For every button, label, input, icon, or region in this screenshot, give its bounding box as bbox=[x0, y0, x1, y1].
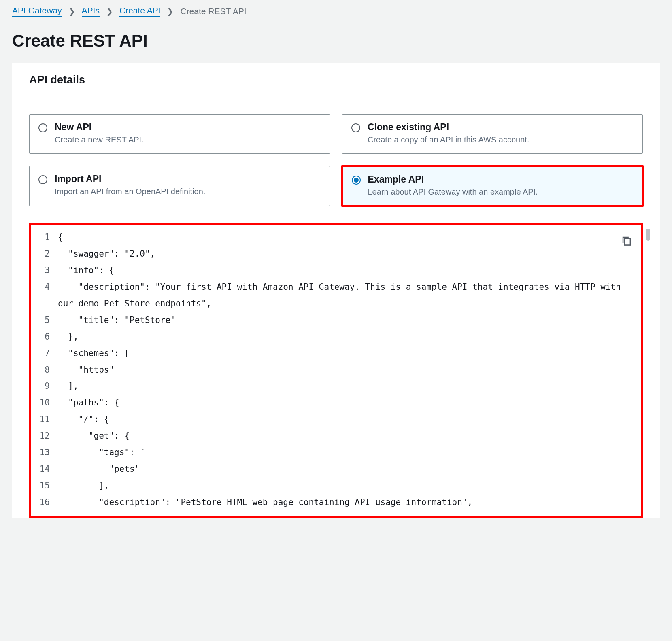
code-editor[interactable]: 1{2 "swagger": "2.0",3 "info": {4 "descr… bbox=[29, 223, 643, 518]
line-number: 3 bbox=[36, 262, 58, 279]
api-details-panel: API details New API Create a new REST AP… bbox=[12, 63, 660, 518]
line-content: "paths": { bbox=[58, 395, 636, 411]
option-title: Example API bbox=[368, 174, 538, 185]
panel-title: API details bbox=[29, 74, 643, 86]
line-number: 16 bbox=[36, 494, 58, 511]
line-content: "https" bbox=[58, 362, 636, 378]
option-clone-api[interactable]: Clone existing API Create a copy of an A… bbox=[342, 114, 643, 154]
panel-header: API details bbox=[12, 63, 660, 97]
api-type-options: New API Create a new REST API. Clone exi… bbox=[12, 97, 660, 223]
code-line: 13 "tags": [ bbox=[36, 444, 636, 461]
line-number: 1 bbox=[36, 229, 58, 246]
line-content: }, bbox=[58, 329, 636, 345]
line-number: 5 bbox=[36, 312, 58, 329]
option-title: Import API bbox=[55, 174, 205, 185]
line-number: 6 bbox=[36, 329, 58, 345]
option-title: New API bbox=[55, 122, 144, 133]
option-desc: Create a new REST API. bbox=[55, 134, 144, 145]
code-line: 1{ bbox=[36, 229, 636, 246]
line-content: "pets" bbox=[58, 461, 636, 478]
scrollbar-thumb[interactable] bbox=[646, 229, 650, 241]
code-line: 15 ], bbox=[36, 478, 636, 494]
line-content: "description": "PetStore HTML web page c… bbox=[58, 494, 636, 511]
line-number: 7 bbox=[36, 345, 58, 362]
breadcrumb-current: Create REST API bbox=[180, 6, 246, 16]
line-number: 4 bbox=[36, 279, 58, 295]
code-line: 9 ], bbox=[36, 378, 636, 395]
option-example-api[interactable]: Example API Learn about API Gateway with… bbox=[342, 166, 643, 206]
line-number: 10 bbox=[36, 395, 58, 411]
line-number: 13 bbox=[36, 444, 58, 461]
code-line: 12 "get": { bbox=[36, 428, 636, 444]
line-number: 11 bbox=[36, 411, 58, 428]
copy-button[interactable] bbox=[620, 234, 634, 248]
option-desc: Import an API from an OpenAPI definition… bbox=[55, 186, 205, 197]
line-content: "description": "Your first API with Amaz… bbox=[58, 279, 636, 312]
line-content: ], bbox=[58, 478, 636, 494]
line-number: 8 bbox=[36, 362, 58, 378]
chevron-right-icon: ❯ bbox=[106, 6, 113, 16]
code-line: 4 "description": "Your first API with Am… bbox=[36, 279, 636, 312]
breadcrumb-apis[interactable]: APIs bbox=[82, 6, 100, 17]
code-line: 7 "schemes": [ bbox=[36, 345, 636, 362]
radio-icon bbox=[352, 176, 361, 185]
code-line: 2 "swagger": "2.0", bbox=[36, 246, 636, 262]
code-line: 16 "description": "PetStore HTML web pag… bbox=[36, 494, 636, 511]
option-new-api[interactable]: New API Create a new REST API. bbox=[29, 114, 330, 154]
svg-rect-0 bbox=[624, 238, 630, 245]
line-content: "/": { bbox=[58, 411, 636, 428]
option-import-api[interactable]: Import API Import an API from an OpenAPI… bbox=[29, 166, 330, 206]
line-content: "swagger": "2.0", bbox=[58, 246, 636, 262]
code-line: 8 "https" bbox=[36, 362, 636, 378]
radio-icon bbox=[38, 175, 47, 184]
line-number: 14 bbox=[36, 461, 58, 478]
option-desc: Create a copy of an API in this AWS acco… bbox=[368, 134, 529, 145]
chevron-right-icon: ❯ bbox=[68, 6, 75, 16]
code-line: 3 "info": { bbox=[36, 262, 636, 279]
copy-icon bbox=[621, 236, 632, 246]
line-number: 15 bbox=[36, 478, 58, 494]
code-line: 14 "pets" bbox=[36, 461, 636, 478]
line-content: "schemes": [ bbox=[58, 345, 636, 362]
chevron-right-icon: ❯ bbox=[167, 6, 174, 16]
line-number: 12 bbox=[36, 428, 58, 444]
radio-icon bbox=[38, 123, 47, 132]
code-line: 5 "title": "PetStore" bbox=[36, 312, 636, 329]
code-line: 11 "/": { bbox=[36, 411, 636, 428]
line-content: ], bbox=[58, 378, 636, 395]
line-content: "tags": [ bbox=[58, 444, 636, 461]
line-content: "title": "PetStore" bbox=[58, 312, 636, 329]
page-title: Create REST API bbox=[0, 21, 672, 63]
line-number: 9 bbox=[36, 378, 58, 395]
code-content: 1{2 "swagger": "2.0",3 "info": {4 "descr… bbox=[36, 229, 636, 511]
line-content: { bbox=[58, 229, 636, 246]
option-title: Clone existing API bbox=[368, 122, 529, 133]
code-line: 10 "paths": { bbox=[36, 395, 636, 411]
option-desc: Learn about API Gateway with an example … bbox=[368, 187, 538, 197]
breadcrumb-create-api[interactable]: Create API bbox=[119, 6, 161, 17]
breadcrumb-api-gateway[interactable]: API Gateway bbox=[12, 6, 62, 17]
code-line: 6 }, bbox=[36, 329, 636, 345]
line-content: "get": { bbox=[58, 428, 636, 444]
radio-icon bbox=[351, 123, 360, 132]
line-content: "info": { bbox=[58, 262, 636, 279]
breadcrumb: API Gateway ❯ APIs ❯ Create API ❯ Create… bbox=[0, 0, 672, 21]
line-number: 2 bbox=[36, 246, 58, 262]
